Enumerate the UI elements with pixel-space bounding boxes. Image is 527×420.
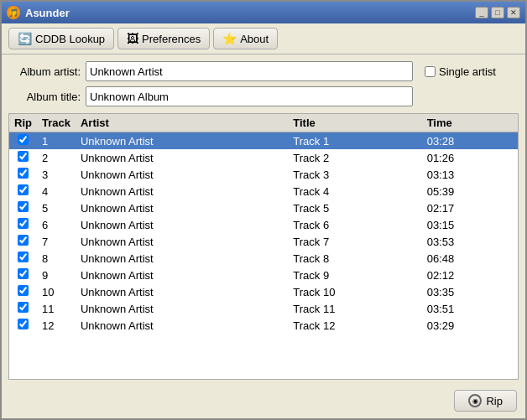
track-time: 03:13 (422, 166, 518, 183)
track-artist: Unknown Artist (76, 283, 288, 300)
table-row[interactable]: 12Unknown ArtistTrack 1203:29 (9, 317, 518, 334)
rip-checkbox[interactable] (18, 151, 29, 162)
table-row[interactable]: 4Unknown ArtistTrack 405:39 (9, 183, 518, 200)
track-table-container: Rip Track Artist Title Time 1Unknown Art… (8, 113, 519, 380)
window-title: Asunder (25, 7, 70, 19)
track-time: 06:48 (422, 250, 518, 267)
track-artist: Unknown Artist (76, 183, 288, 200)
track-artist: Unknown Artist (76, 200, 288, 216)
rip-button[interactable]: ◉ Rip (454, 390, 517, 412)
rip-checkbox[interactable] (18, 319, 29, 329)
rip-checkbox[interactable] (18, 134, 29, 145)
album-artist-row: Album artist: Single artist (12, 61, 515, 81)
preferences-button[interactable]: 🖼 Preferences (117, 28, 210, 49)
table-row[interactable]: 8Unknown ArtistTrack 806:48 (9, 250, 518, 267)
track-artist: Unknown Artist (76, 300, 288, 317)
table-row[interactable]: 2Unknown ArtistTrack 201:26 (9, 149, 518, 166)
track-time: 02:12 (422, 267, 518, 283)
track-time: 02:17 (422, 200, 518, 216)
track-title: Track 7 (288, 233, 421, 250)
rip-checkbox[interactable] (18, 184, 29, 195)
track-title: Track 11 (288, 300, 421, 317)
main-window: 🎵 Asunder _ □ ✕ 🔄 CDDB Lookup 🖼 Preferen… (0, 0, 527, 420)
table-row[interactable]: 5Unknown ArtistTrack 502:17 (9, 200, 518, 216)
track-number: 2 (37, 149, 76, 166)
table-row[interactable]: 11Unknown ArtistTrack 1103:51 (9, 300, 518, 317)
maximize-button[interactable]: □ (491, 7, 504, 18)
table-row[interactable]: 3Unknown ArtistTrack 303:13 (9, 166, 518, 183)
album-title-input[interactable] (86, 86, 413, 106)
rip-checkbox[interactable] (18, 218, 29, 229)
album-title-label: Album title: (12, 91, 81, 103)
about-icon: ⭐ (222, 32, 237, 45)
track-time: 03:15 (422, 216, 518, 233)
track-artist: Unknown Artist (76, 216, 288, 233)
album-title-row: Album title: (12, 86, 515, 106)
album-artist-label: Album artist: (12, 65, 81, 78)
rip-icon: ◉ (468, 394, 482, 407)
minimize-button[interactable]: _ (475, 7, 488, 18)
table-row[interactable]: 7Unknown ArtistTrack 703:53 (9, 233, 518, 250)
close-button[interactable]: ✕ (507, 7, 520, 18)
track-title: Track 10 (288, 283, 421, 300)
track-title: Track 4 (288, 183, 421, 200)
rip-checkbox[interactable] (18, 251, 29, 262)
track-number: 6 (37, 216, 76, 233)
rip-checkbox[interactable] (18, 201, 29, 212)
track-number: 9 (37, 267, 76, 283)
track-artist: Unknown Artist (76, 317, 288, 334)
col-title: Title (288, 114, 421, 132)
track-number: 4 (37, 183, 76, 200)
track-time: 03:53 (422, 233, 518, 250)
table-row[interactable]: 9Unknown ArtistTrack 902:12 (9, 267, 518, 283)
form-area: Album artist: Single artist Album title: (2, 54, 525, 113)
rip-checkbox[interactable] (18, 168, 29, 179)
about-button[interactable]: ⭐ About (213, 28, 278, 49)
album-artist-input[interactable] (86, 61, 413, 81)
track-table-header: Rip Track Artist Title Time (9, 114, 518, 132)
track-title: Track 5 (288, 200, 421, 216)
track-number: 8 (37, 250, 76, 267)
track-number: 12 (37, 317, 76, 334)
toolbar: 🔄 CDDB Lookup 🖼 Preferences ⭐ About (2, 23, 525, 54)
cddb-lookup-button[interactable]: 🔄 CDDB Lookup (8, 28, 114, 49)
app-icon: 🎵 (7, 6, 20, 19)
cddb-lookup-label: CDDB Lookup (35, 33, 105, 45)
track-title: Track 6 (288, 216, 421, 233)
track-time: 01:26 (422, 149, 518, 166)
track-artist: Unknown Artist (76, 250, 288, 267)
track-title: Track 12 (288, 317, 421, 334)
rip-checkbox[interactable] (18, 285, 29, 296)
track-title: Track 8 (288, 250, 421, 267)
rip-checkbox[interactable] (18, 268, 29, 279)
rip-label: Rip (486, 395, 503, 407)
track-time: 05:39 (422, 183, 518, 200)
about-label: About (240, 33, 269, 45)
rip-checkbox[interactable] (18, 302, 29, 313)
track-number: 3 (37, 166, 76, 183)
track-title: Track 9 (288, 267, 421, 283)
window-controls: _ □ ✕ (475, 7, 520, 18)
col-artist: Artist (76, 114, 288, 132)
table-row[interactable]: 6Unknown ArtistTrack 603:15 (9, 216, 518, 233)
track-title: Track 3 (288, 166, 421, 183)
track-artist: Unknown Artist (76, 166, 288, 183)
table-row[interactable]: 10Unknown ArtistTrack 1003:35 (9, 283, 518, 300)
table-row[interactable]: 1Unknown ArtistTrack 103:28 (9, 132, 518, 150)
track-number: 1 (37, 132, 76, 150)
col-time: Time (422, 114, 518, 132)
track-time: 03:29 (422, 317, 518, 334)
track-title: Track 1 (288, 132, 421, 150)
track-artist: Unknown Artist (76, 149, 288, 166)
col-track: Track (37, 114, 76, 132)
track-title: Track 2 (288, 149, 421, 166)
title-bar: 🎵 Asunder _ □ ✕ (2, 2, 525, 23)
preferences-icon: 🖼 (127, 32, 138, 45)
rip-checkbox[interactable] (18, 235, 29, 246)
track-artist: Unknown Artist (76, 233, 288, 250)
footer: ◉ Rip (2, 386, 525, 418)
track-time: 03:28 (422, 132, 518, 150)
track-table: Rip Track Artist Title Time 1Unknown Art… (9, 114, 518, 334)
single-artist-checkbox[interactable] (425, 66, 436, 77)
track-table-body: 1Unknown ArtistTrack 103:282Unknown Arti… (9, 132, 518, 334)
